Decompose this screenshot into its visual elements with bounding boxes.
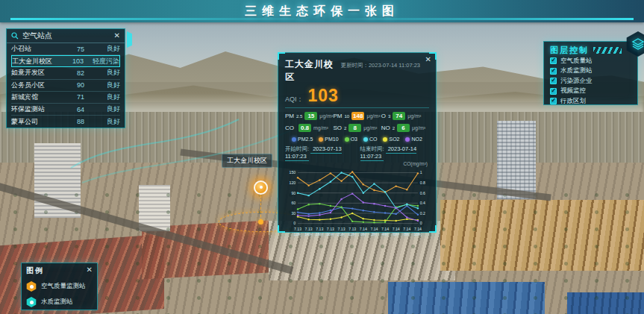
- svg-text:0.8: 0.8: [420, 180, 425, 185]
- layer-label: 行政区划: [560, 97, 586, 106]
- checkbox-icon[interactable]: [550, 88, 557, 95]
- aqi-value: 103: [308, 86, 339, 106]
- close-icon[interactable]: ✕: [87, 266, 93, 274]
- station-name: 如意开发区: [11, 68, 68, 78]
- svg-text:16时: 16时: [316, 232, 325, 236]
- layer-item[interactable]: 污染源企业: [550, 76, 631, 87]
- svg-text:1: 1: [420, 170, 422, 175]
- end-time-field[interactable]: 结束时间: 2023-07-14 11:07:23: [360, 145, 430, 160]
- station-row[interactable]: 如意开发区82良好: [11, 67, 120, 79]
- close-icon[interactable]: ✕: [114, 32, 120, 40]
- svg-text:22时: 22时: [348, 232, 357, 236]
- popup-title: 工大金川校区: [285, 58, 334, 84]
- station-status: 良好: [84, 44, 120, 54]
- svg-text:0.2: 0.2: [420, 211, 425, 216]
- svg-text:0时: 0时: [360, 232, 367, 236]
- layer-label: 空气质量站: [560, 57, 593, 66]
- legend-entry-label: 空气质量监测站: [41, 282, 86, 291]
- station-name: 小召站: [11, 44, 68, 54]
- svg-text:7.14: 7.14: [414, 227, 422, 231]
- station-name: 蒙草公司: [11, 117, 68, 127]
- chart-legend: PM2.5 PM10 O3 CO SO2 NO2: [285, 136, 429, 142]
- station-row[interactable]: 蒙草公司88良好: [11, 116, 120, 128]
- header-decoration-right: [339, 18, 634, 20]
- svg-text:0.6: 0.6: [420, 191, 425, 195]
- station-status: 良好: [84, 92, 120, 102]
- layer-panel-header: 图层控制: [550, 45, 631, 56]
- svg-text:7.14: 7.14: [403, 227, 410, 231]
- header-decoration-left: [10, 18, 305, 20]
- checkbox-icon[interactable]: [550, 68, 557, 75]
- svg-text:90: 90: [291, 191, 296, 195]
- pollutant-pm25: PM2.515μg/m³: [285, 112, 333, 120]
- search-icon[interactable]: [11, 32, 19, 40]
- checkbox-icon[interactable]: [550, 57, 557, 64]
- svg-text:0.4: 0.4: [420, 201, 425, 205]
- legend-panel-title: 图例: [26, 266, 93, 276]
- legend-item[interactable]: CO: [363, 136, 378, 142]
- station-aqi: 64: [68, 106, 84, 113]
- svg-text:7.13: 7.13: [348, 227, 356, 231]
- layer-item[interactable]: 视频监控: [550, 87, 631, 97]
- legend-item[interactable]: PM10: [319, 136, 338, 142]
- layer-label: 视频监控: [560, 87, 586, 95]
- station-row[interactable]: 环保监测站64良好: [11, 104, 120, 116]
- svg-text:7.13: 7.13: [305, 227, 313, 231]
- layer-panel-title: 图层控制: [550, 45, 589, 56]
- panel-collapse-handle[interactable]: [127, 31, 132, 48]
- station-row[interactable]: 小召站75良好: [11, 43, 120, 55]
- pollutant-trend-chart[interactable]: 030609012015000.20.40.60.817.1312时7.1314…: [285, 166, 431, 244]
- svg-text:0: 0: [420, 222, 422, 226]
- station-name: 公务员小区: [11, 81, 68, 90]
- svg-text:2时: 2时: [371, 232, 378, 236]
- svg-text:150: 150: [290, 170, 296, 175]
- corner-accent: [278, 225, 285, 233]
- station-aqi: 75: [68, 45, 84, 53]
- station-aqi: 90: [68, 81, 84, 89]
- layer-item[interactable]: 空气质量站: [550, 56, 631, 66]
- svg-text:12时: 12时: [294, 232, 303, 236]
- station-rows: 小召站75良好 工大金川校区103轻度污染 如意开发区82良好 公务员小区90良…: [7, 43, 125, 128]
- corner-accent: [278, 52, 285, 60]
- svg-text:7.13: 7.13: [327, 227, 334, 231]
- svg-text:7.14: 7.14: [393, 227, 400, 231]
- svg-text:7.13: 7.13: [316, 227, 323, 231]
- svg-text:10时: 10时: [413, 232, 422, 236]
- legend-item[interactable]: PM2.5: [292, 136, 313, 142]
- legend-item[interactable]: SO2: [383, 136, 399, 142]
- station-row[interactable]: 公务员小区90良好: [11, 80, 120, 92]
- station-status: 良好: [84, 81, 120, 90]
- station-status: 良好: [84, 68, 120, 78]
- station-row[interactable]: 新城宾馆71良好: [11, 92, 120, 104]
- layer-label: 污染源企业: [560, 77, 593, 86]
- station-status: 轻度污染: [84, 57, 119, 66]
- legend-item[interactable]: O3: [345, 136, 357, 142]
- header-stripes-decoration: [593, 47, 622, 54]
- legend-item[interactable]: NO2: [405, 136, 422, 142]
- start-time-field[interactable]: 开始时间: 2023-07-13 11:07:23: [285, 145, 354, 160]
- pollutant-pm10: PM10148μg/m³: [333, 112, 381, 120]
- corner-accent: [429, 225, 437, 233]
- air-station-icon: [26, 281, 37, 292]
- svg-text:7.13: 7.13: [294, 227, 301, 231]
- svg-text:8时: 8时: [404, 232, 410, 236]
- air-station-marker-icon[interactable]: [254, 180, 268, 195]
- station-status: 良好: [84, 104, 120, 114]
- checkbox-icon[interactable]: [550, 98, 557, 104]
- pollutant-grid: PM2.515μg/m³ PM10148μg/m³ O374μg/m³ CO0.…: [285, 112, 429, 132]
- app-stage: 三维生态环保一张图 空气站点 ✕ 小召站75良好 工大金川校区103轻度污染 如…: [0, 0, 644, 314]
- svg-text:120: 120: [290, 180, 296, 185]
- map-legend-panel: ✕ 图例 空气质量监测站 水质监测站: [21, 263, 98, 310]
- pollutant-co: CO0.8mg/m³: [285, 124, 333, 132]
- svg-text:20时: 20时: [337, 232, 346, 236]
- svg-text:7.13: 7.13: [338, 227, 346, 231]
- svg-text:14时: 14时: [304, 232, 313, 236]
- svg-text:7.14: 7.14: [360, 227, 367, 231]
- close-icon[interactable]: ✕: [425, 56, 431, 63]
- station-name: 环保监测站: [11, 104, 68, 114]
- checkbox-icon[interactable]: [550, 78, 557, 84]
- layer-item[interactable]: 水质监测站: [550, 66, 631, 77]
- layer-item[interactable]: 行政区划: [550, 96, 631, 107]
- station-row-selected[interactable]: 工大金川校区103轻度污染: [11, 55, 120, 67]
- page-title: 三维生态环保一张图: [0, 4, 644, 19]
